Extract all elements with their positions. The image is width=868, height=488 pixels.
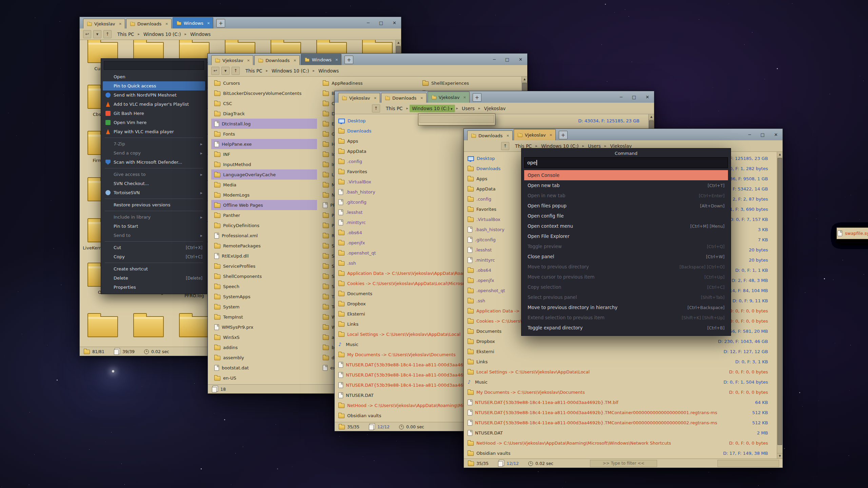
history-dropdown-icon[interactable]: ▾ (221, 67, 230, 75)
menu-item-restore-previous-versions[interactable]: Restore previous versions (103, 200, 205, 209)
file-row-winsxs[interactable]: WinSxS (211, 332, 317, 342)
tab-close-icon[interactable]: ✕ (374, 96, 377, 100)
tab-close-icon[interactable]: ✕ (549, 133, 552, 137)
file-row-csc[interactable]: CSC (211, 98, 317, 108)
tab-close-icon[interactable]: ✕ (247, 59, 250, 62)
file-row-bitlockerdiscoveryvolumecontents[interactable]: BitLockerDiscoveryVolumeContents (211, 88, 317, 98)
file-row-shellexperiences[interactable]: ShellExperiences (419, 78, 525, 88)
menu-item-pin-to-start[interactable]: Pin to Start (103, 222, 205, 231)
file-row-swapfile-sys[interactable]: swapfile.sys (836, 227, 868, 239)
menu-item-svn-checkout[interactable]: SVN Checkout... (103, 179, 205, 188)
file-row-languageoverlaycache[interactable]: LanguageOverlayCache (211, 169, 317, 180)
file-row-links[interactable]: LinksD: 0, F: 3, 1 KB (465, 357, 776, 367)
file-row-local-settings[interactable]: Local Settings -> C:\Users\Vjekoslav\App… (465, 367, 776, 377)
tab-vjekoslav[interactable]: Vjekoslav✕ (514, 129, 556, 140)
menu-item-send-to[interactable]: Send to▸ (103, 231, 205, 240)
close-button[interactable]: ✕ (646, 95, 649, 100)
menu-item-send-with-nordvpn-meshnet[interactable]: Send with NordVPN Meshnet (103, 90, 205, 100)
scroll-up-icon[interactable] (522, 77, 527, 82)
tab-close-icon[interactable]: ✕ (506, 134, 509, 138)
tab-windows[interactable]: Windows✕ (173, 17, 213, 28)
maximize-button[interactable]: □ (761, 132, 765, 137)
file-row-helppane-exe[interactable]: HelpPane.exe (211, 139, 317, 149)
tab-downloads[interactable]: Downloads✕ (381, 93, 427, 103)
new-tab-button[interactable]: + (216, 19, 225, 27)
maximize-button[interactable]: □ (505, 57, 509, 62)
back-icon[interactable]: ↩ (211, 67, 219, 75)
file-row-eksterni[interactable]: EksterniD: 12, F: 127, 12 GB (465, 346, 776, 357)
palette-item-move-cursor-to-previous-item[interactable]: Move cursor to previous item[Ctrl+Up] (524, 272, 728, 282)
menu-item-give-access-to[interactable]: Give access to▸ (103, 170, 205, 179)
file-row-shellcomponents[interactable]: ShellComponents (211, 271, 317, 281)
minimize-button[interactable]: ─ (748, 132, 751, 137)
menu-item-7-zip[interactable]: 7-Zip▸ (103, 139, 205, 148)
tab-vjekoslav[interactable]: Vjekoslav✕ (428, 92, 470, 103)
menu-item-open-vim-here[interactable]: Open Vim here (103, 118, 205, 127)
close-button[interactable]: ✕ (519, 57, 522, 62)
menu-item-play-with-vlc-media-player[interactable]: Play with VLC media player (103, 127, 205, 136)
menu-item-add-to-vlc-media-player-s-playlist[interactable]: Add to VLC media player's Playlist (103, 100, 205, 109)
file-row-rtlexupd-dll[interactable]: RtlExUpd.dll (211, 251, 317, 261)
menu-item-open[interactable]: Open (103, 72, 205, 81)
palette-item-open-config-file[interactable]: Open config file (524, 211, 728, 221)
titlebar[interactable]: Vjekoslav✕Downloads✕Vjekoslav✕+ ─□✕ (335, 91, 654, 103)
file-row-inputmethod[interactable]: InputMethod (211, 159, 317, 169)
menu-item-properties[interactable]: Properties (103, 283, 205, 292)
context-menu-filter-input[interactable] (104, 61, 204, 70)
menu-item-include-in-library[interactable]: Include in library▸ (103, 212, 205, 222)
file-row-media[interactable]: Media (211, 180, 317, 190)
scroll-down-icon[interactable] (777, 453, 783, 459)
palette-item-move-to-previous-directory-in-hierarchy[interactable]: Move to previous directory in hierarchy[… (524, 302, 728, 312)
tab-windows[interactable]: Windows✕ (301, 54, 341, 65)
breadcrumb-users[interactable]: Users (459, 105, 477, 112)
file-row-systemapps[interactable]: SystemApps (211, 291, 317, 302)
up-icon[interactable]: ↑ (372, 104, 380, 113)
scroll-up-icon[interactable] (649, 114, 654, 120)
palette-item-open-context-menu[interactable]: Open context menu[Ctrl+M] [Menu] (524, 221, 728, 231)
tab-close-icon[interactable]: ✕ (207, 21, 210, 25)
breadcrumb-windows[interactable]: Windows (316, 67, 341, 75)
second-panel-filter-box[interactable] (717, 460, 779, 467)
breadcrumb-windows-10-c[interactable]: Windows 10 (C:) (141, 30, 183, 38)
palette-item-extend-selection-to-previous-item[interactable]: Extend selection to previous item[Shift+… (524, 312, 728, 323)
new-tab-button[interactable]: + (344, 56, 353, 64)
file-row-obsidian-vaults[interactable]: Obsidian vaultsD: 17, F: 149, 38 MB (465, 448, 776, 458)
dropdown-caret-icon[interactable]: ▾ (450, 107, 453, 111)
file-row-diagtrack[interactable]: DiagTrack (211, 108, 317, 119)
palette-item-toggle-expand-directory[interactable]: Toggle expand directory[Ctrl+B] (524, 323, 728, 333)
tab-close-icon[interactable]: ✕ (119, 22, 122, 26)
file-row-en-us[interactable]: en-US (211, 373, 317, 383)
palette-item-open-files-popup[interactable]: Open files popup[Alt+Down] (524, 201, 728, 211)
tab-downloads[interactable]: Downloads✕ (467, 130, 513, 140)
tab-vjekoslav[interactable]: Vjekoslav✕ (83, 19, 125, 28)
menu-item-create-shortcut[interactable]: Create shortcut (103, 264, 205, 273)
tab-close-icon[interactable]: ✕ (420, 96, 423, 100)
up-icon[interactable]: ↑ (501, 142, 509, 150)
menu-item-copy[interactable]: Copy[Ctrl+C] (103, 252, 205, 261)
file-row-ntuser-dat[interactable]: NTUSER.DAT2 MB (465, 428, 776, 438)
file-row-ntuser-dat-53b39e88-18c4-11ea-a811-000d3aa4692b-tmcontainer00000000000000000001-regtrans-ms[interactable]: NTUSER.DAT{53b39e88-18c4-11ea-a811-000d3… (465, 407, 776, 418)
tab-close-icon[interactable]: ✕ (293, 59, 296, 62)
breadcrumb-this-pc[interactable]: This PC (243, 67, 264, 75)
breadcrumb-this-pc[interactable]: This PC (115, 30, 136, 38)
titlebar[interactable]: Downloads✕Vjekoslav✕+ ─□✕ (464, 129, 783, 140)
up-icon[interactable]: ↑ (103, 30, 112, 38)
palette-item-open-new-tab[interactable]: Open new tab[Ctrl+T] (524, 180, 728, 190)
file-row-remotepackages[interactable]: RemotePackages (211, 241, 317, 251)
menu-item-scan-with-microsoft-defender[interactable]: Scan with Microsoft Defender... (103, 158, 205, 167)
close-button[interactable]: ✕ (774, 132, 778, 137)
file-row-wmsyspr9-prx[interactable]: WMSysPr9.prx (211, 322, 317, 332)
file-row-dtcinstall-log[interactable]: DtcInstall.log (211, 119, 317, 129)
palette-item-open-console[interactable]: Open Console (524, 170, 728, 180)
file-row-speech[interactable]: Speech (211, 281, 317, 291)
tab-downloads[interactable]: Downloads✕ (254, 55, 300, 65)
file-row-music[interactable]: MusicD: 0, F: 1, 504 bytes (465, 377, 776, 387)
minimize-button[interactable]: ─ (620, 95, 623, 100)
scrollbar[interactable] (777, 152, 783, 459)
scroll-thumb[interactable] (777, 158, 782, 445)
new-tab-button[interactable]: + (473, 93, 481, 102)
breadcrumb-this-pc[interactable]: This PC (383, 105, 405, 112)
file-row-addins[interactable]: addins (211, 342, 317, 352)
back-icon[interactable]: ↩ (83, 30, 91, 38)
breadcrumb-windows[interactable]: Windows (188, 30, 213, 38)
